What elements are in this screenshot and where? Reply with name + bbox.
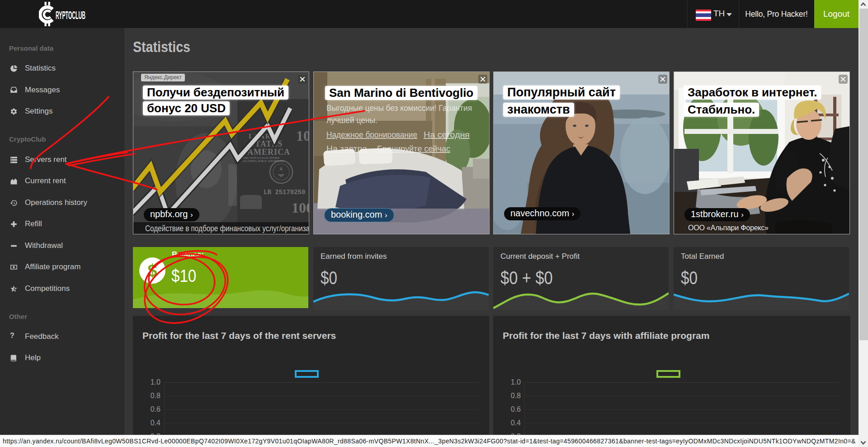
svg-text:THIS NOTE IS LEGAL TENDER: THIS NOTE IS LEGAL TENDER xyxy=(243,157,280,159)
svg-text:На сегодня: На сегодня xyxy=(424,130,470,139)
svg-text:RYPTOCLUB: RYPTOCLUB xyxy=(56,9,85,21)
svg-text:Бронируйте сейчас: Бронируйте сейчас xyxy=(377,144,450,153)
svg-text:$: $ xyxy=(147,261,157,280)
svg-text:100: 100 xyxy=(292,200,309,216)
svg-text:100: 100 xyxy=(296,128,309,144)
svg-text:На завтра: На завтра xyxy=(326,144,367,153)
svg-text:Надежное бронирование: Надежное бронирование xyxy=(326,130,417,139)
svg-text:Содействие в подборе финансовы: Содействие в подборе финансовых услуг/ор… xyxy=(145,224,309,233)
svg-text:лучшей цены.: лучшей цены. xyxy=(326,115,377,125)
svg-text:LB 25170250 D: LB 25170250 D xyxy=(264,189,309,196)
svg-text:Выгодные цены без комиссии! Га: Выгодные цены без комиссии! Гарантия xyxy=(326,103,472,113)
svg-text:AMERICA: AMERICA xyxy=(247,147,290,157)
